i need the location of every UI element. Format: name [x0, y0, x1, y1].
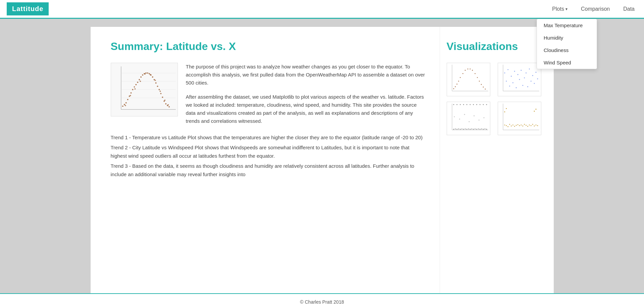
- svg-point-80: [526, 72, 527, 73]
- svg-point-97: [463, 129, 464, 130]
- svg-point-68: [506, 81, 507, 82]
- svg-point-133: [504, 124, 505, 125]
- svg-point-149: [527, 126, 528, 127]
- viz-thumb-cloudiness[interactable]: [447, 102, 490, 135]
- svg-point-145: [521, 124, 522, 125]
- svg-point-83: [531, 81, 532, 82]
- trend2: Trend 2 - City Latitude vs Windspeed Plo…: [111, 143, 426, 160]
- svg-point-156: [536, 124, 537, 125]
- viz-grid: [447, 63, 544, 135]
- plots-dropdown-menu: Max Temperature Humidity Cloudiness Wind…: [537, 19, 597, 69]
- plots-label: Plots: [552, 6, 564, 12]
- svg-point-14: [135, 84, 137, 85]
- viz-thumb-humidity[interactable]: [498, 63, 541, 96]
- svg-point-87: [537, 79, 538, 80]
- svg-point-114: [464, 114, 465, 115]
- svg-point-59: [477, 77, 478, 78]
- svg-point-16: [139, 79, 140, 80]
- svg-point-128: [483, 104, 484, 105]
- svg-point-62: [483, 87, 484, 88]
- svg-point-79: [524, 78, 525, 79]
- svg-point-12: [132, 89, 133, 90]
- svg-point-143: [517, 124, 518, 125]
- svg-point-41: [154, 80, 156, 81]
- svg-point-105: [476, 129, 477, 130]
- svg-point-115: [468, 121, 469, 122]
- svg-point-69: [507, 69, 508, 70]
- footer: © Charles Pratt 2018: [0, 293, 644, 306]
- svg-point-95: [460, 129, 461, 130]
- svg-point-58: [475, 73, 476, 74]
- svg-point-75: [517, 74, 518, 75]
- svg-point-140: [512, 124, 513, 125]
- svg-point-56: [469, 68, 470, 69]
- brand-logo[interactable]: Lattitude: [7, 2, 49, 15]
- svg-point-61: [481, 84, 482, 85]
- svg-point-138: [509, 124, 510, 125]
- svg-point-102: [471, 129, 472, 130]
- svg-point-73: [514, 71, 515, 72]
- svg-point-30: [162, 97, 163, 98]
- nav-item-data[interactable]: Data: [621, 5, 637, 13]
- svg-point-123: [466, 104, 467, 105]
- svg-point-15: [137, 82, 138, 83]
- svg-point-122: [463, 104, 464, 105]
- left-panel: Summary: Latitude vs. X: [91, 27, 440, 302]
- footer-text: © Charles Pratt 2018: [300, 299, 344, 305]
- svg-point-6: [122, 105, 123, 107]
- nav-item-plots[interactable]: Plots ▾: [549, 5, 570, 13]
- svg-point-155: [536, 109, 537, 110]
- svg-point-32: [165, 103, 166, 104]
- svg-point-34: [168, 106, 170, 107]
- svg-point-57: [472, 70, 473, 71]
- svg-point-136: [506, 108, 507, 109]
- svg-point-154: [534, 125, 535, 126]
- svg-point-13: [134, 86, 135, 88]
- svg-point-52: [460, 77, 461, 78]
- svg-point-96: [461, 129, 462, 130]
- svg-point-8: [125, 102, 127, 104]
- svg-point-70: [509, 86, 510, 87]
- dropdown-item-humidity[interactable]: Humidity: [537, 32, 597, 44]
- svg-point-98: [464, 129, 465, 130]
- viz-thumb-humidity-svg: [498, 63, 541, 96]
- svg-point-93: [456, 129, 457, 130]
- svg-point-54: [464, 70, 465, 71]
- nav-links: Plots ▾ Comparison Data: [549, 5, 637, 13]
- svg-point-146: [522, 125, 523, 126]
- svg-point-29: [160, 93, 161, 94]
- svg-point-60: [479, 81, 480, 82]
- trend1: Trend 1 - Temperature vs Latitude Plot s…: [111, 133, 426, 142]
- svg-point-17: [140, 76, 142, 78]
- svg-point-106: [478, 129, 479, 130]
- dropdown-item-max-temp[interactable]: Max Temperature: [537, 19, 597, 32]
- viz-thumb-temp-svg: [447, 63, 490, 96]
- svg-point-152: [532, 124, 533, 125]
- svg-point-99: [466, 129, 467, 130]
- svg-point-104: [475, 129, 476, 130]
- svg-point-142: [516, 125, 517, 126]
- svg-point-50: [456, 84, 457, 85]
- main-chart: [111, 63, 178, 116]
- viz-thumb-temperature[interactable]: [447, 63, 490, 96]
- nav-item-comparison[interactable]: Comparison: [578, 5, 612, 13]
- svg-point-78: [522, 85, 523, 86]
- svg-point-9: [127, 99, 128, 100]
- svg-point-141: [514, 126, 515, 127]
- dropdown-item-cloudiness[interactable]: Cloudiness: [537, 44, 597, 56]
- svg-point-21: [147, 72, 148, 74]
- svg-point-44: [167, 104, 169, 105]
- svg-point-63: [485, 89, 486, 90]
- svg-point-72: [512, 82, 513, 83]
- svg-point-109: [483, 129, 484, 130]
- dropdown-item-wind-speed[interactable]: Wind Speed: [537, 56, 597, 69]
- page-title: Summary: Latitude vs. X: [111, 40, 426, 53]
- svg-point-101: [469, 129, 470, 130]
- svg-point-117: [478, 119, 479, 120]
- svg-point-28: [158, 89, 160, 90]
- viz-thumb-windspeed[interactable]: [498, 102, 541, 135]
- svg-point-22: [148, 73, 150, 74]
- svg-point-124: [469, 104, 470, 105]
- svg-point-111: [486, 129, 487, 130]
- svg-point-48: [453, 88, 454, 89]
